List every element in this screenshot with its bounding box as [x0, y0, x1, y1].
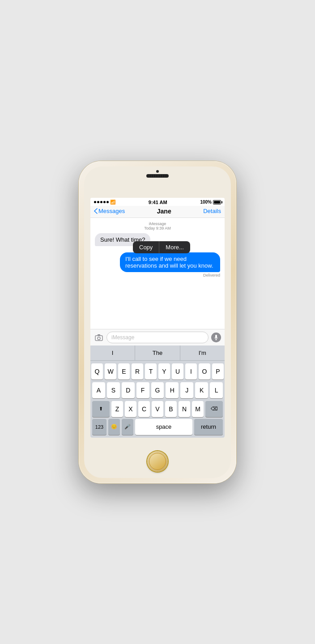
key-f[interactable]: F	[136, 382, 149, 398]
key-u[interactable]: U	[172, 363, 183, 380]
key-d[interactable]: D	[122, 382, 135, 398]
status-time: 9:41 AM	[149, 200, 167, 205]
phone-device: 📶 9:41 AM 100% Messages Ja	[79, 161, 236, 483]
status-right: 100%	[200, 200, 221, 205]
space-key[interactable]: space	[135, 419, 192, 435]
key-e[interactable]: E	[118, 363, 130, 380]
key-s[interactable]: S	[107, 382, 120, 398]
bottom-row: 123 😊 🎤 space return	[90, 419, 225, 438]
key-p[interactable]: P	[212, 363, 224, 380]
key-z[interactable]: Z	[111, 401, 123, 417]
signal-dot	[97, 201, 99, 203]
back-label: Messages	[98, 208, 125, 214]
dictation-key[interactable]: 🎤	[122, 419, 133, 435]
messages-area: iMessage Today 9:39 AM Copy More... Sure…	[90, 218, 225, 329]
key-t[interactable]: T	[145, 363, 157, 380]
svg-rect-3	[215, 335, 217, 338]
signal-dot	[106, 201, 109, 203]
autocomplete-im[interactable]: I'm	[180, 345, 225, 360]
key-o[interactable]: O	[199, 363, 210, 380]
battery-percentage: 100%	[200, 200, 212, 205]
shift-key[interactable]: ⬆	[92, 401, 110, 417]
key-j[interactable]: J	[180, 382, 193, 398]
keyboard: I The I'm Q W E R T	[90, 345, 225, 438]
status-bar: 📶 9:41 AM 100%	[90, 198, 225, 206]
key-c[interactable]: C	[138, 401, 150, 417]
key-row-3: ⬆ Z X C V B N M ⌫	[92, 401, 223, 417]
sent-message-wrapper: I'll call to see if we need reservations…	[95, 252, 220, 277]
sent-message-bubble[interactable]: I'll call to see if we need reservations…	[120, 252, 220, 272]
copy-menu-item[interactable]: Copy	[133, 241, 159, 253]
nav-title: Jane	[157, 208, 171, 215]
key-a[interactable]: A	[92, 382, 105, 398]
signal-dots	[94, 201, 109, 203]
key-n[interactable]: N	[179, 401, 190, 417]
battery-fill	[214, 201, 220, 204]
key-m[interactable]: M	[192, 401, 204, 417]
screen: 📶 9:41 AM 100% Messages Ja	[90, 198, 225, 438]
key-x[interactable]: X	[125, 401, 136, 417]
camera-dot	[156, 170, 159, 173]
key-q[interactable]: Q	[91, 363, 103, 380]
emoji-key[interactable]: 😊	[108, 419, 120, 435]
key-g[interactable]: G	[151, 382, 164, 398]
key-v[interactable]: V	[152, 401, 163, 417]
more-menu-item[interactable]: More...	[159, 241, 190, 253]
signal-dot	[100, 201, 102, 203]
input-placeholder: iMessage	[111, 334, 134, 341]
phone-inner: 📶 9:41 AM 100% Messages Ja	[84, 166, 231, 478]
home-button-inner	[149, 453, 166, 470]
input-area: iMessage	[90, 329, 225, 345]
svg-rect-2	[98, 334, 100, 336]
delivered-label: Delivered	[203, 273, 220, 277]
key-l[interactable]: L	[210, 382, 223, 398]
phone-top-bar	[146, 166, 169, 178]
key-h[interactable]: H	[166, 382, 179, 398]
back-chevron-icon	[94, 208, 98, 214]
speaker-grill	[146, 174, 169, 178]
key-row-1: Q W E R T Y U I O P	[92, 363, 223, 380]
wifi-icon: 📶	[110, 200, 115, 205]
nav-bar: Messages Jane Details	[90, 206, 225, 218]
key-y[interactable]: Y	[158, 363, 170, 380]
key-b[interactable]: B	[165, 401, 177, 417]
key-k[interactable]: K	[195, 382, 208, 398]
message-input[interactable]: iMessage	[106, 332, 209, 343]
autocomplete-i[interactable]: I	[90, 345, 135, 360]
details-button[interactable]: Details	[203, 208, 221, 214]
signal-dot	[94, 201, 96, 203]
camera-button[interactable]	[94, 333, 104, 342]
svg-point-1	[98, 337, 100, 340]
return-key[interactable]: return	[194, 419, 223, 435]
numbers-key[interactable]: 123	[92, 419, 106, 435]
key-w[interactable]: W	[105, 363, 116, 380]
key-i[interactable]: I	[185, 363, 197, 380]
key-rows: Q W E R T Y U I O P A S	[90, 361, 225, 419]
signal-dot	[103, 201, 106, 203]
key-r[interactable]: R	[132, 363, 143, 380]
delete-key[interactable]: ⌫	[205, 401, 223, 417]
status-left: 📶	[94, 200, 115, 205]
message-timestamp: iMessage Today 9:39 AM	[95, 222, 220, 230]
key-row-2: A S D F G H J K L	[92, 382, 223, 398]
mic-button[interactable]	[211, 333, 221, 342]
back-button[interactable]: Messages	[94, 208, 125, 214]
context-menu: Copy More...	[133, 241, 190, 253]
autocomplete-bar: I The I'm	[90, 345, 225, 361]
autocomplete-the[interactable]: The	[135, 345, 180, 360]
battery-icon	[213, 200, 221, 205]
home-button[interactable]	[147, 451, 168, 472]
